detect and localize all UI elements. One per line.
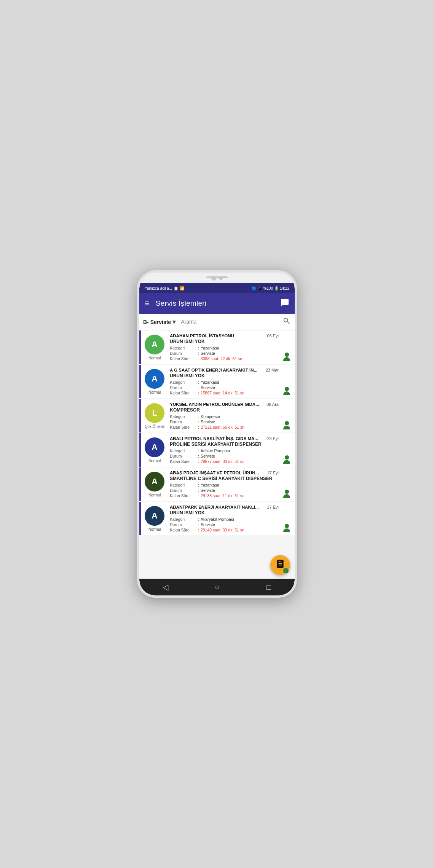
kalan-sure-label: Kalan Süre: [170, 459, 196, 464]
technician-icon: [282, 455, 291, 464]
product-name: URUN ISMI YOK: [170, 373, 279, 378]
item-header: ADAHAN PETROL İSTASYONU 06 Eyl: [170, 333, 279, 338]
kategori-label: Kategori: [170, 517, 196, 522]
item-right-icon: [281, 365, 295, 398]
kalan-sure-label: Kalan Süre: [170, 391, 196, 395]
item-date: 28 Eyl: [267, 436, 279, 441]
company-name: ADAHAN PETROL İSTASYONU: [170, 333, 265, 338]
technician-icon: [282, 421, 291, 429]
kalan-sure-value: 28877 saat: 00 dk: 51 sn: [201, 459, 244, 464]
item-right-icon: [281, 502, 295, 535]
item-date: 23 Mar: [266, 368, 279, 372]
filter-row: B- Serviste ▾: [139, 314, 295, 330]
kategori-row: Kategori : Adblue Pompası: [170, 448, 279, 453]
app-bar: ≡ Servis İşlemleri: [139, 293, 295, 314]
durum-row: Durum : Serviste: [170, 454, 279, 458]
kategori-row: Kategori : Yazarkasa: [170, 346, 279, 350]
status-notification: Yalnızca acil a...: [145, 286, 172, 290]
item-header: YÜKSEL AYDIN PETROL ÜRÜNLER GIDA... 06 A…: [170, 402, 279, 407]
product-name: URUN ISMI YOK: [170, 339, 279, 344]
fab-button[interactable]: ✓: [270, 555, 290, 575]
product-name: URUN ISMI YOK: [170, 510, 279, 515]
kategori-value: Adblue Pompası: [201, 448, 230, 453]
durum-row: Durum : Serviste: [170, 385, 279, 390]
company-name: ABAŞ PROJE İNŞAAT VE PETROL ÜRÜN...: [170, 471, 265, 475]
home-button[interactable]: ○: [210, 580, 224, 594]
item-header: ABAŞ PROJE İNŞAAT VE PETROL ÜRÜN... 17 E…: [170, 471, 279, 475]
kalan-sure-row: Kalan Süre : 29140 saat: 33 dk: 51 sn: [170, 528, 279, 532]
list-item[interactable]: A Normal ADAHAN PETROL İSTASYONU 06 Eyl …: [139, 330, 295, 364]
battery-icon: 📱: [257, 286, 262, 290]
kategori-value: Yazarkasa: [201, 483, 219, 487]
product-name: KOMPRESOR: [170, 407, 279, 413]
kalan-sure-row: Kalan Süre : 28877 saat: 00 dk: 51 sn: [170, 459, 279, 464]
priority-label: Normal: [148, 390, 161, 394]
status-sim-icon: 📋: [174, 286, 178, 290]
product-name: SMARTLINE C SERİSİ AKARYAKIT DISPENSER: [170, 476, 279, 481]
kalan-sure-label: Kalan Süre: [170, 356, 196, 361]
item-body: ADAHAN PETROL İSTASYONU 06 Eyl URUN ISMI…: [168, 330, 281, 364]
service-list: A Normal ADAHAN PETROL İSTASYONU 06 Eyl …: [139, 330, 295, 579]
company-name: A G SAAT OPTİK ENERJİ AKARYAKIT İN...: [170, 368, 264, 372]
chevron-down-icon: ▾: [172, 318, 176, 326]
fab-check-icon: ✓: [284, 569, 287, 573]
avatar: A: [145, 472, 164, 491]
durum-label: Durum: [170, 454, 196, 458]
back-button[interactable]: ◁: [158, 580, 172, 594]
priority-label: Normal: [148, 527, 161, 531]
kategori-label: Kategori: [170, 448, 196, 453]
kalan-sure-value: 27221 saat: 56 dk: 51 sn: [201, 425, 244, 429]
item-date: 17 Eyl: [267, 505, 279, 509]
status-left: Yalnızca acil a... 📋 📶: [145, 286, 184, 290]
filter-dropdown[interactable]: B- Serviste ▾: [143, 318, 176, 326]
durum-value: Serviste: [201, 351, 215, 356]
item-right-icon: [281, 399, 295, 432]
recents-button[interactable]: □: [262, 580, 276, 594]
phone-notch: [139, 273, 295, 283]
company-name: ABANTPARK ENERJİ AKARYAKIT NAKLİ...: [170, 505, 265, 509]
company-name: ABALI PETROL NAKLİYAT İNŞ. GIDA MA...: [170, 436, 265, 441]
item-date: 06 Ara: [266, 402, 279, 407]
avatar-col: A Normal: [141, 433, 168, 467]
avatar: A: [145, 437, 164, 457]
search-button[interactable]: [282, 317, 291, 327]
list-item[interactable]: A Normal ABANTPARK ENERJİ AKARYAKIT NAKL…: [139, 502, 295, 535]
list-item[interactable]: A Normal ABALI PETROL NAKLİYAT İNŞ. GIDA…: [139, 433, 295, 467]
kalan-sure-value: 3098 saat: 42 dk: 51 sn: [201, 356, 242, 361]
avatar: A: [145, 506, 164, 526]
item-header: ABALI PETROL NAKLİYAT İNŞ. GIDA MA... 28…: [170, 436, 279, 441]
bluetooth-icon: 🔵: [252, 286, 256, 290]
kalan-sure-row: Kalan Süre : 29138 saat: 11 dk: 51 sn: [170, 493, 279, 498]
item-body: ABALI PETROL NAKLİYAT İNŞ. GIDA MA... 28…: [168, 433, 281, 467]
durum-row: Durum : Serviste: [170, 351, 279, 356]
avatar-col: L Çok Önemli: [141, 399, 168, 432]
kalan-sure-row: Kalan Süre : 15867 saat: 14 dk: 51 sn: [170, 391, 279, 395]
search-input[interactable]: [179, 318, 279, 326]
durum-value: Serviste: [201, 488, 215, 493]
app-title: Servis İşlemleri: [156, 299, 280, 308]
kalan-sure-row: Kalan Süre : 27221 saat: 56 dk: 51 sn: [170, 425, 279, 429]
item-body: ABANTPARK ENERJİ AKARYAKIT NAKLİ... 17 E…: [168, 502, 281, 535]
durum-value: Serviste: [201, 420, 215, 424]
item-body: A G SAAT OPTİK ENERJİ AKARYAKIT İN... 23…: [168, 365, 281, 398]
menu-button[interactable]: ≡: [145, 299, 150, 308]
list-item[interactable]: L Çok Önemli YÜKSEL AYDIN PETROL ÜRÜNLER…: [139, 399, 295, 432]
kategori-row: Kategori : Yazarkasa: [170, 380, 279, 385]
technician-icon: [282, 490, 291, 498]
kalan-sure-row: Kalan Süre : 3098 saat: 42 dk: 51 sn: [170, 356, 279, 361]
chat-button[interactable]: [280, 298, 289, 309]
durum-label: Durum: [170, 351, 196, 356]
status-right: 🔵 📱 %100 🔋 14:22: [252, 286, 289, 290]
item-right-icon: [281, 330, 295, 364]
list-item[interactable]: A Normal A G SAAT OPTİK ENERJİ AKARYAKIT…: [139, 365, 295, 398]
item-right-icon: [281, 433, 295, 467]
avatar: A: [145, 369, 164, 389]
item-body: YÜKSEL AYDIN PETROL ÜRÜNLER GIDA... 06 A…: [168, 399, 281, 432]
kategori-label: Kategori: [170, 414, 196, 419]
kategori-value: Yazarkasa: [201, 346, 219, 350]
list-item[interactable]: A Normal ABAŞ PROJE İNŞAAT VE PETROL ÜRÜ…: [139, 468, 295, 501]
speaker-bar: [206, 276, 228, 278]
priority-label: Çok Önemli: [145, 424, 164, 429]
priority-label: Normal: [148, 356, 161, 360]
kategori-label: Kategori: [170, 346, 196, 350]
